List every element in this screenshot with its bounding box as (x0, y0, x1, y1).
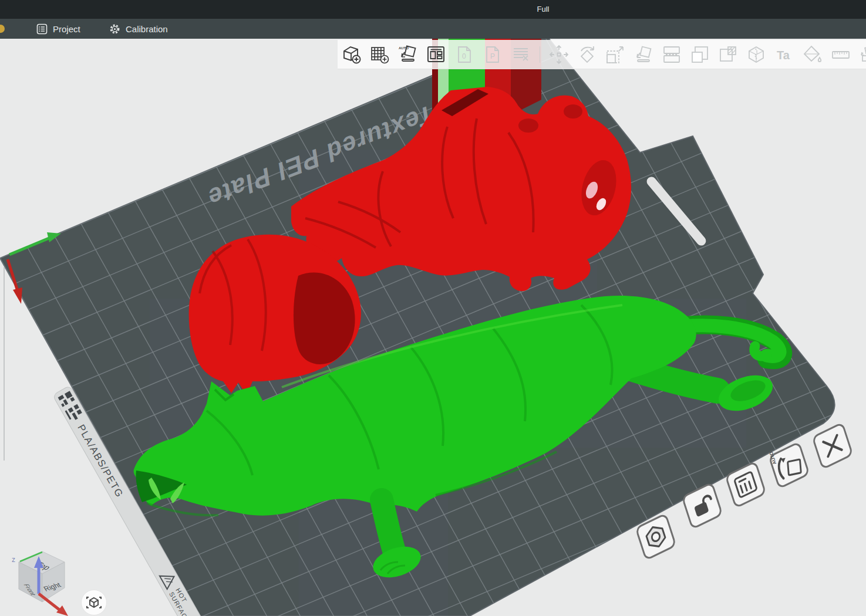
measure-icon (830, 44, 851, 65)
split-to-objects-icon (661, 44, 682, 65)
cut-icon (746, 44, 767, 65)
seam-icon (858, 44, 866, 65)
auto-orient-icon[interactable]: AUTO (397, 44, 419, 65)
plate-delete-button[interactable] (813, 423, 852, 469)
svg-text:AUTO: AUTO (399, 46, 409, 50)
menu-calibration[interactable]: Calibration (109, 19, 168, 39)
project-list-icon (36, 23, 48, 35)
move-icon (548, 44, 570, 65)
split-to-parts-icon (689, 44, 710, 65)
calibration-gear-icon (109, 23, 120, 35)
app-logo-icon[interactable] (0, 25, 5, 33)
svg-text:Ta: Ta (777, 49, 790, 62)
paint-icon (802, 44, 823, 65)
menu-project-label: Project (53, 24, 80, 34)
z-axis-label: z (12, 556, 15, 564)
titlebar: Full (0, 0, 866, 19)
import-doc-p-icon: P (482, 44, 503, 65)
scale-icon (605, 44, 626, 65)
lay-on-face-icon (633, 44, 654, 65)
toolbar-separator (540, 46, 540, 63)
menu-project[interactable]: Project (36, 19, 80, 39)
fit-view-button[interactable] (82, 590, 107, 615)
arrange-icon[interactable] (426, 44, 447, 65)
scene-canvas[interactable]: Textured PEI Plate PLA/ABS/PETG HOT SURF… (0, 39, 866, 616)
window-title: Full (511, 0, 575, 19)
menu-calibration-label: Calibration (126, 24, 168, 34)
beast-horn-left (518, 119, 538, 133)
beast-horn-right (564, 104, 582, 119)
import-doc-list-icon (510, 44, 531, 65)
text-tool-icon: Ta (774, 44, 795, 65)
rotate-icon (577, 44, 598, 65)
viewport-3d[interactable]: Textured PEI Plate PLA/ABS/PETG HOT SURF… (0, 39, 866, 616)
svg-text:0: 0 (462, 52, 466, 60)
nav-cube[interactable]: Top Front Right z (12, 551, 68, 616)
menubar: Project Calibration (0, 19, 866, 39)
add-object-icon[interactable] (341, 44, 362, 65)
main-toolbar: AUTO 0 P (338, 40, 866, 69)
add-plate-icon[interactable] (369, 44, 390, 65)
svg-text:P: P (490, 52, 495, 60)
fill-color-icon (717, 44, 739, 65)
import-doc-0-icon: 0 (454, 44, 475, 65)
